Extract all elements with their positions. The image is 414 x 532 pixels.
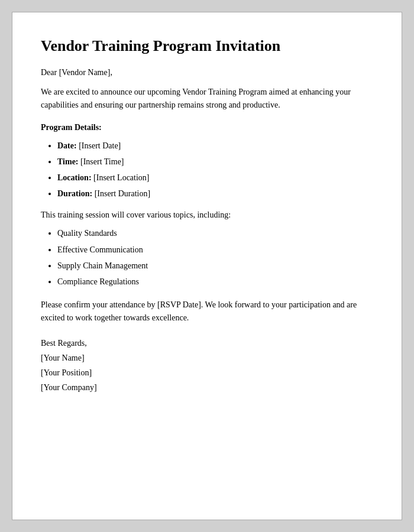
intro-paragraph: We are excited to announce our upcoming …: [41, 86, 373, 112]
list-item: Date: [Insert Date]: [57, 138, 373, 153]
program-details-list: Date: [Insert Date] Time: [Insert Time] …: [57, 138, 373, 202]
detail-label-time: Time:: [57, 157, 79, 166]
topic-quality-standards: Quality Standards: [57, 229, 117, 238]
detail-label-location: Location:: [57, 173, 92, 182]
list-item: Effective Communication: [57, 242, 373, 257]
topic-effective-communication: Effective Communication: [57, 245, 143, 254]
closing-line4: [Your Company]: [41, 380, 373, 395]
list-item: Location: [Insert Location]: [57, 170, 373, 185]
detail-value-duration: [Insert Duration]: [95, 189, 150, 198]
detail-value-date: [Insert Date]: [79, 141, 121, 150]
topics-list: Quality Standards Effective Communicatio…: [57, 226, 373, 289]
detail-value-location: [Insert Location]: [93, 173, 149, 182]
closing-line2: [Your Name]: [41, 351, 373, 365]
greeting-text: Dear [Vendor Name],: [41, 68, 373, 77]
closing-line1: Best Regards,: [41, 336, 373, 351]
detail-label-date: Date:: [57, 141, 77, 150]
list-item: Duration: [Insert Duration]: [57, 186, 373, 201]
topic-supply-chain: Supply Chain Management: [57, 261, 148, 270]
closing-block: Best Regards, [Your Name] [Your Position…: [41, 336, 373, 395]
list-item: Time: [Insert Time]: [57, 154, 373, 169]
program-details-heading: Program Details:: [41, 123, 373, 132]
document-title: Vendor Training Program Invitation: [41, 36, 373, 56]
document-page: Vendor Training Program Invitation Dear …: [12, 12, 402, 520]
detail-label-duration: Duration:: [57, 189, 92, 198]
closing-line3: [Your Position]: [41, 365, 373, 380]
detail-value-time: [Insert Time]: [80, 157, 124, 166]
topic-compliance: Compliance Regulations: [57, 277, 139, 286]
list-item: Supply Chain Management: [57, 258, 373, 273]
list-item: Compliance Regulations: [57, 274, 373, 289]
rsvp-paragraph: Please confirm your attendance by [RSVP …: [41, 299, 373, 325]
list-item: Quality Standards: [57, 226, 373, 241]
topics-intro-text: This training session will cover various…: [41, 210, 373, 220]
